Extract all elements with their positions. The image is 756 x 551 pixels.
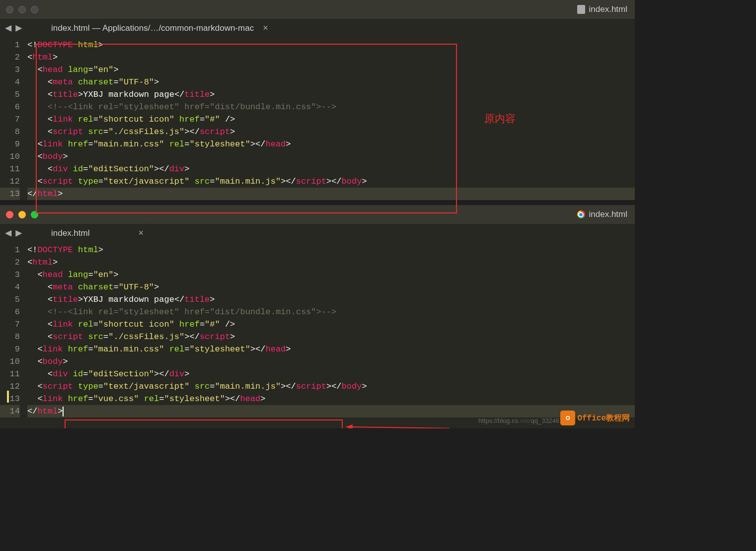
nav-back-icon[interactable]: ◀ bbox=[4, 21, 12, 35]
text-cursor bbox=[63, 407, 64, 416]
line-number: 8 bbox=[0, 126, 20, 138]
line-number: 10 bbox=[0, 150, 20, 163]
code-line[interactable]: <link rel="shortcut icon" href="#" /> bbox=[27, 113, 635, 126]
code-line[interactable]: <title>YXBJ markdown page</title> bbox=[27, 88, 635, 101]
code-line[interactable]: <head lang="en"> bbox=[27, 64, 635, 76]
tab-label-1: index.html — Applications/…/common-markd… bbox=[51, 23, 254, 33]
code-line[interactable]: <meta charset="UTF-8"> bbox=[27, 76, 635, 88]
line-number: 6 bbox=[0, 101, 20, 113]
code-line[interactable]: <body> bbox=[27, 150, 635, 163]
code-area-2[interactable]: 1234567891011121314 <!DOCTYPE html><html… bbox=[0, 242, 635, 417]
watermark-brand: Office教程网 bbox=[577, 414, 630, 423]
annotation-arrow bbox=[343, 421, 452, 428]
code-line[interactable]: <script type="text/javascript" src="main… bbox=[27, 380, 635, 393]
line-number: 11 bbox=[0, 368, 20, 380]
nav-forward-icon[interactable]: ▶ bbox=[14, 226, 23, 240]
minimize-button[interactable] bbox=[18, 211, 26, 218]
line-number: 3 bbox=[0, 64, 20, 76]
code-area-1[interactable]: 12345678910111213 <!DOCTYPE html><html> … bbox=[0, 37, 635, 200]
gutter-marker bbox=[7, 391, 9, 403]
svg-line-0 bbox=[350, 427, 450, 428]
line-number: 9 bbox=[0, 138, 20, 150]
maximize-button[interactable] bbox=[31, 6, 38, 13]
nav-back-icon[interactable]: ◀ bbox=[4, 226, 12, 240]
code-line[interactable]: <!--<link rel="stylesheet" href="dist/bu… bbox=[27, 306, 635, 318]
line-number: 13 bbox=[0, 188, 20, 200]
line-number: 7 bbox=[0, 318, 20, 331]
code-line[interactable]: <script type="text/javascript" src="main… bbox=[27, 175, 635, 188]
line-number: 3 bbox=[0, 269, 20, 281]
file-icon bbox=[577, 5, 585, 14]
nav-forward-icon[interactable]: ▶ bbox=[14, 21, 23, 35]
watermark-icon: O bbox=[560, 411, 575, 425]
toolbar-1: ◀ ▶ index.html — Applications/…/common-m… bbox=[0, 19, 635, 37]
tab-bar-1: index.html — Applications/…/common-markd… bbox=[42, 19, 277, 37]
code-line[interactable]: <meta charset="UTF-8"> bbox=[27, 281, 635, 293]
code-line[interactable]: <head lang="en"> bbox=[27, 269, 635, 281]
tab-2[interactable]: index.html × bbox=[42, 224, 152, 242]
annotation-label-original: 原内容 bbox=[484, 112, 516, 126]
code-line[interactable]: <div id="editSection"></div> bbox=[27, 368, 635, 380]
code-content-2[interactable]: <!DOCTYPE html><html> <head lang="en"> <… bbox=[27, 242, 635, 417]
window-controls-2 bbox=[6, 211, 38, 218]
code-line[interactable]: <link rel="shortcut icon" href="#" /> bbox=[27, 318, 635, 331]
window-title-2: index.html bbox=[589, 209, 627, 219]
svg-marker-1 bbox=[345, 424, 353, 428]
tab-1[interactable]: index.html — Applications/…/common-markd… bbox=[42, 19, 277, 37]
line-number: 2 bbox=[0, 51, 20, 64]
gutter-1: 12345678910111213 bbox=[0, 37, 27, 200]
code-line[interactable]: <title>YXBJ markdown page</title> bbox=[27, 293, 635, 306]
line-number: 1 bbox=[0, 39, 20, 51]
title-bar-2: index.html bbox=[0, 205, 635, 224]
gutter-2: 1234567891011121314 bbox=[0, 242, 27, 417]
maximize-button[interactable] bbox=[31, 211, 38, 218]
line-number: 7 bbox=[0, 113, 20, 126]
line-number: 4 bbox=[0, 281, 20, 293]
chrome-file-icon bbox=[577, 210, 585, 218]
line-number: 13 bbox=[0, 393, 20, 405]
code-line[interactable]: <link href="main.min.css" rel="styleshee… bbox=[27, 138, 635, 150]
line-number: 11 bbox=[0, 163, 20, 175]
editor-window-2: index.html ◀ ▶ index.html × 123456789101… bbox=[0, 205, 635, 428]
toolbar-2: ◀ ▶ index.html × bbox=[0, 224, 635, 242]
code-line[interactable]: <html> bbox=[27, 256, 635, 269]
window-title-right-1: index.html bbox=[577, 4, 627, 14]
line-number: 12 bbox=[0, 380, 20, 393]
code-line[interactable]: <link href="main.min.css" rel="styleshee… bbox=[27, 343, 635, 355]
close-button[interactable] bbox=[6, 211, 13, 218]
line-number: 6 bbox=[0, 306, 20, 318]
code-line[interactable]: <body> bbox=[27, 355, 635, 368]
code-line[interactable]: </html> bbox=[27, 405, 635, 417]
title-bar-1: index.html bbox=[0, 0, 635, 19]
line-number: 10 bbox=[0, 355, 20, 368]
line-number: 2 bbox=[0, 256, 20, 269]
code-line[interactable]: <!DOCTYPE html> bbox=[27, 39, 635, 51]
code-line[interactable]: <script src="./cssFiles.js"></script> bbox=[27, 331, 635, 343]
code-line[interactable]: </html> bbox=[27, 188, 635, 200]
close-button[interactable] bbox=[6, 6, 13, 13]
window-title-1: index.html bbox=[589, 4, 627, 14]
tab-close-icon[interactable]: × bbox=[263, 23, 268, 33]
editor-window-1: index.html ◀ ▶ index.html — Applications… bbox=[0, 0, 635, 200]
line-number: 14 bbox=[0, 405, 20, 417]
line-number: 5 bbox=[0, 88, 20, 101]
line-number: 5 bbox=[0, 293, 20, 306]
tab-bar-2: index.html × bbox=[42, 224, 152, 242]
line-number: 1 bbox=[0, 244, 20, 256]
code-content-1[interactable]: <!DOCTYPE html><html> <head lang="en"> <… bbox=[27, 37, 635, 200]
code-line[interactable]: <html> bbox=[27, 51, 635, 64]
code-line[interactable]: <div id="editSection"></div> bbox=[27, 163, 635, 175]
line-number: 12 bbox=[0, 175, 20, 188]
code-line[interactable]: <!--<link rel="stylesheet" href="dist/bu… bbox=[27, 101, 635, 113]
window-controls-1 bbox=[6, 6, 38, 13]
line-number: 8 bbox=[0, 331, 20, 343]
code-line[interactable]: <script src="./cssFiles.js"></script> bbox=[27, 126, 635, 138]
tab-close-icon[interactable]: × bbox=[138, 228, 144, 238]
tab-label-2: index.html bbox=[51, 228, 89, 238]
code-line[interactable]: <link href="vue.css" rel="stylesheet"></… bbox=[27, 393, 635, 405]
line-number: 9 bbox=[0, 343, 20, 355]
code-line[interactable]: <!DOCTYPE html> bbox=[27, 244, 635, 256]
line-number: 4 bbox=[0, 76, 20, 88]
window-title-right-2: index.html bbox=[577, 209, 627, 219]
minimize-button[interactable] bbox=[18, 6, 26, 13]
